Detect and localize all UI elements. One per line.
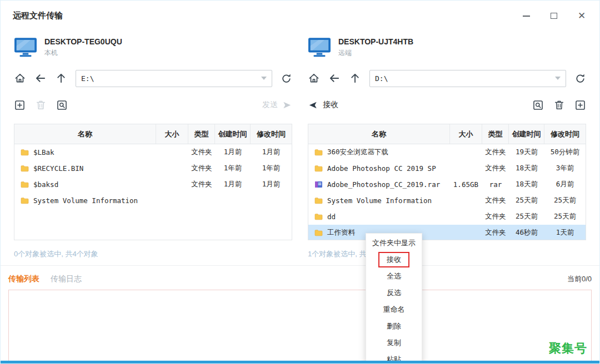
table-row-selected[interactable]: 工作资料 文件夹 46秒前 1天前	[308, 225, 586, 240]
menu-item-copy[interactable]: 复制	[366, 335, 422, 351]
up-button[interactable]	[349, 72, 361, 84]
send-label: 发送	[262, 100, 278, 110]
transfer-counter: 当前0/0	[567, 274, 592, 284]
folder-icon	[314, 229, 323, 236]
column-header-type[interactable]: 类型	[482, 124, 509, 144]
close-icon: ✕	[578, 11, 586, 21]
file-type-cell: 文件夹	[188, 148, 215, 157]
back-button[interactable]	[34, 72, 47, 84]
column-header-size[interactable]: 大小	[156, 124, 188, 144]
file-created-cell: 25天前	[509, 212, 544, 221]
tab-transfer-list[interactable]: 传输列表	[8, 274, 39, 284]
remote-toolbar: 接收	[308, 95, 586, 115]
menu-item-select-all[interactable]: 全选	[366, 268, 422, 285]
column-header-name[interactable]: 名称	[14, 124, 156, 144]
path-dropdown-icon[interactable]	[555, 77, 561, 80]
column-header-size[interactable]: 大小	[450, 124, 482, 144]
send-button[interactable]: 发送	[262, 100, 292, 110]
local-selection-status: 0个对象被选中, 共4个对象	[14, 249, 292, 259]
local-file-table: 名称 大小 类型 创建时间 修改时间 $LBak 文件夹 1月前	[14, 124, 292, 240]
menu-item-label: 复制	[387, 338, 401, 348]
new-folder-button[interactable]	[14, 99, 26, 111]
delete-button[interactable]	[35, 99, 47, 111]
new-folder-button[interactable]	[574, 99, 586, 111]
table-row[interactable]: Adobe_Photoshop_CC_2019.rar 1.65GB rar 1…	[308, 176, 586, 193]
remote-file-table: 名称 大小 类型 创建时间 修改时间 360安全浏览器下载 文件夹 19天前	[308, 124, 586, 240]
minimize-icon	[523, 16, 530, 17]
receive-button[interactable]: 接收	[308, 100, 338, 110]
remote-path-box[interactable]	[369, 70, 566, 87]
path-dropdown-icon[interactable]	[261, 77, 267, 80]
menu-item-rename[interactable]: 重命名	[366, 301, 422, 318]
folder-icon	[21, 149, 29, 156]
file-name: Adobe_Photoshop_CC_2019.rar	[327, 180, 440, 189]
table-row[interactable]: $RECYCLE.BIN 文件夹 1年前 1年前	[14, 160, 292, 176]
file-name-cell: $baksd	[14, 180, 156, 189]
delete-button[interactable]	[553, 99, 565, 111]
table-row[interactable]: System Volume Information	[14, 193, 292, 209]
table-row[interactable]: $baksd 文件夹 1月前 1月前	[14, 176, 292, 193]
file-name: $baksd	[33, 180, 58, 189]
folder-icon	[21, 197, 29, 204]
file-type-cell: 文件夹	[482, 148, 509, 157]
file-name-cell: $LBak	[14, 148, 156, 156]
back-button[interactable]	[328, 72, 341, 84]
column-header-created[interactable]: 创建时间	[509, 124, 544, 144]
close-button[interactable]: ✕	[576, 11, 587, 22]
search-button[interactable]	[532, 99, 544, 111]
file-type-cell: 文件夹	[482, 164, 509, 173]
local-path-input[interactable]	[81, 74, 261, 83]
local-path-box[interactable]	[76, 70, 272, 87]
file-created-cell: 18天前	[509, 164, 544, 173]
window-controls: ✕	[521, 11, 587, 22]
file-modified-cell: 1月前	[251, 180, 292, 189]
folder-icon	[314, 165, 323, 172]
column-header-modified[interactable]: 修改时间	[251, 124, 292, 144]
file-name: dd	[327, 213, 336, 221]
file-created-cell: 1年前	[215, 164, 251, 173]
menu-item-receive[interactable]: 接收	[366, 251, 422, 268]
table-header: 名称 大小 类型 创建时间 修改时间	[308, 124, 586, 144]
refresh-button[interactable]	[281, 73, 292, 84]
transfer-list-panel	[8, 290, 592, 361]
computer-icon	[308, 37, 331, 57]
file-created-cell: 18天前	[509, 180, 544, 189]
menu-item-delete[interactable]: 删除	[366, 318, 422, 335]
file-created-cell: 19天前	[509, 148, 544, 157]
file-modified-cell: 6月前	[544, 180, 586, 189]
column-header-type[interactable]: 类型	[188, 124, 215, 144]
file-name-cell: System Volume Information	[14, 196, 156, 205]
home-button[interactable]	[308, 72, 320, 84]
menu-item-show-in-folder[interactable]: 文件夹中显示	[366, 235, 422, 251]
maximize-button[interactable]	[548, 11, 559, 22]
column-header-name[interactable]: 名称	[308, 124, 450, 144]
search-button[interactable]	[56, 99, 68, 111]
folder-icon	[314, 213, 323, 220]
file-modified-cell: 1天前	[544, 228, 586, 237]
menu-item-label: 文件夹中显示	[372, 238, 416, 248]
table-row[interactable]: dd 文件夹 25天前 25天前	[308, 209, 586, 225]
table-row[interactable]: System Volume Information 文件夹 25天前 25天前	[308, 193, 586, 209]
folder-icon	[314, 197, 323, 204]
table-row[interactable]: $LBak 文件夹 1月前 1月前	[14, 144, 292, 160]
minimize-button[interactable]	[521, 11, 532, 22]
table-row[interactable]: Adobe Photoshop CC 2019 SP 文件夹 18天前 3年前	[308, 160, 586, 176]
receive-highlight-box: 接收	[378, 252, 409, 267]
menu-item-invert-selection[interactable]: 反选	[366, 285, 422, 301]
remote-path-input[interactable]	[375, 74, 555, 83]
file-name-cell: System Volume Information	[308, 196, 450, 205]
local-machine-header: DESKTOP-TEG0UQU 本机	[14, 34, 292, 60]
home-button[interactable]	[14, 72, 26, 84]
column-header-modified[interactable]: 修改时间	[544, 124, 586, 144]
refresh-button[interactable]	[574, 73, 586, 84]
file-name: Adobe Photoshop CC 2019 SP	[327, 164, 436, 173]
tab-transfer-log[interactable]: 传输日志	[51, 274, 82, 284]
receive-arrow-icon	[308, 100, 318, 110]
file-modified-cell: 25天前	[544, 196, 586, 205]
column-header-created[interactable]: 创建时间	[215, 124, 251, 144]
file-type-cell: rar	[482, 180, 509, 189]
table-row[interactable]: 360安全浏览器下载 文件夹 19天前 50分钟前	[308, 144, 586, 160]
up-button[interactable]	[55, 72, 67, 84]
file-name: $LBak	[33, 148, 54, 156]
file-modified-cell: 50分钟前	[544, 148, 586, 157]
